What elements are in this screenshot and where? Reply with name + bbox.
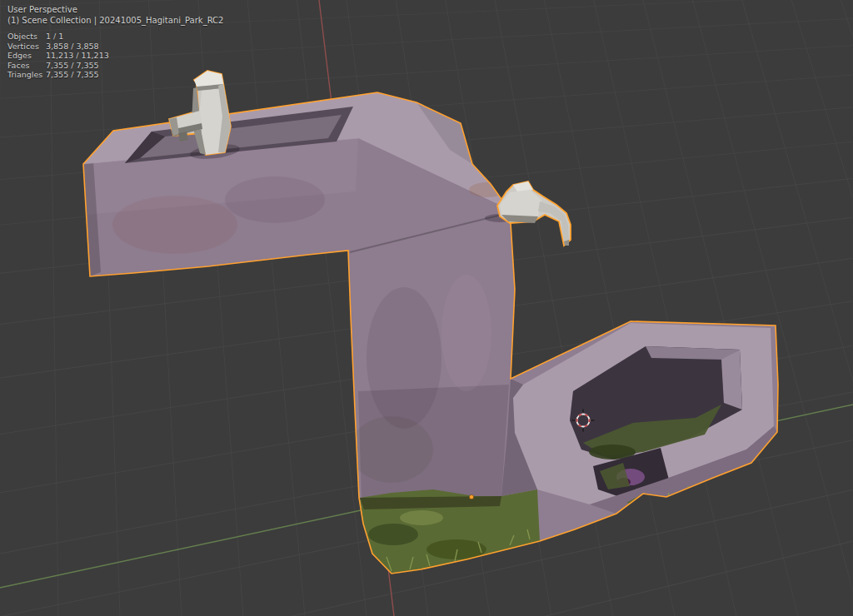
stat-label: Edges — [7, 51, 46, 61]
stat-row-vertices: Vertices 3,858 / 3,858 — [7, 42, 223, 52]
stat-value: 3,858 / 3,858 — [46, 42, 99, 52]
stat-label: Triangles — [7, 70, 46, 80]
stat-label: Objects — [7, 32, 46, 42]
view-perspective-label: User Perspective — [7, 4, 223, 15]
stat-label: Vertices — [7, 42, 46, 52]
viewport-canvas[interactable] — [0, 0, 853, 616]
stat-row-triangles: Triangles 7,355 / 7,355 — [7, 70, 223, 80]
stat-label: Faces — [7, 61, 46, 71]
scene-collection-breadcrumb: (1) Scene Collection | 20241005_Hagitani… — [7, 15, 223, 26]
stat-row-objects: Objects 1 / 1 — [7, 32, 223, 42]
blender-3d-viewport[interactable]: User Perspective (1) Scene Collection | … — [0, 0, 853, 616]
object-origin-dot — [469, 494, 473, 499]
viewport-text-overlay: User Perspective (1) Scene Collection | … — [7, 4, 223, 80]
stat-value: 1 / 1 — [46, 32, 63, 42]
stat-value: 7,355 / 7,355 — [46, 61, 99, 71]
stat-row-faces: Faces 7,355 / 7,355 — [7, 61, 223, 71]
statistics-overlay: Objects 1 / 1 Vertices 3,858 / 3,858 Edg… — [7, 32, 223, 80]
stat-value: 7,355 / 7,355 — [46, 70, 99, 80]
stat-value: 11,213 / 11,213 — [46, 51, 109, 61]
stat-row-edges: Edges 11,213 / 11,213 — [7, 51, 223, 61]
